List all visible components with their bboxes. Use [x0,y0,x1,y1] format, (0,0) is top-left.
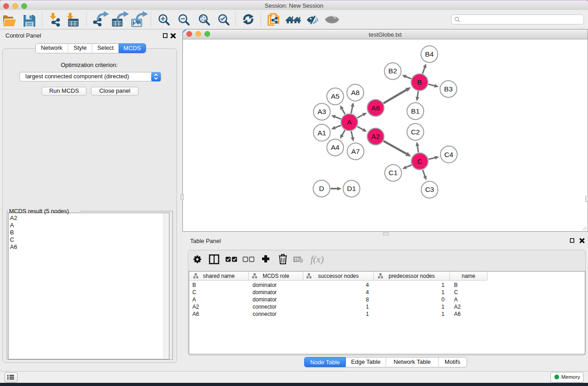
svg-text:C1: C1 [389,169,398,176]
svg-text:A8: A8 [351,89,359,96]
svg-text:C: C [417,157,422,165]
svg-text:D: D [319,185,324,192]
svg-text:C2: C2 [411,128,420,136]
svg-text:A7: A7 [351,148,360,155]
svg-text:A1: A1 [318,129,326,137]
svg-text:A5: A5 [331,92,339,100]
svg-text:A3: A3 [318,108,326,115]
svg-text:B: B [417,78,422,86]
svg-text:D1: D1 [347,185,356,192]
svg-text:A4: A4 [331,143,339,151]
svg-text:B1: B1 [411,107,420,115]
svg-text:B2: B2 [388,67,397,75]
svg-text:B3: B3 [444,85,453,93]
svg-text:C3: C3 [425,186,434,193]
svg-text:f(x): f(x) [311,254,324,265]
svg-text:C4: C4 [445,151,454,158]
svg-text:A: A [347,118,352,126]
svg-text:A6: A6 [371,104,380,112]
svg-text:A2: A2 [371,133,380,140]
svg-text:B4: B4 [425,50,434,58]
